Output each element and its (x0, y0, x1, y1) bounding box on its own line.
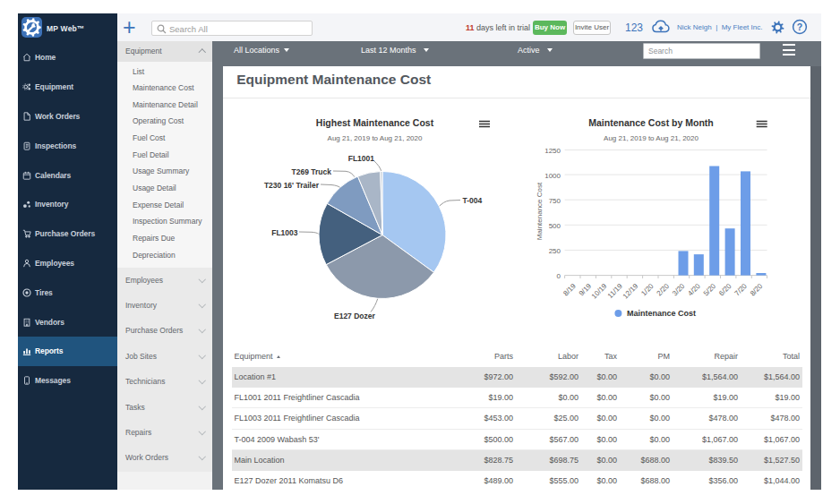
svg-text:1250: 1250 (544, 147, 561, 155)
svg-text:10/19: 10/19 (590, 282, 609, 301)
svg-text:Aug 21, 2019 to Aug 21, 2020: Aug 21, 2019 to Aug 21, 2020 (328, 134, 423, 142)
svg-text:Aug 21, 2019 to Aug 21, 2020: Aug 21, 2019 to Aug 21, 2020 (604, 134, 699, 142)
svg-text:4/20: 4/20 (686, 282, 702, 298)
svg-text:12/19: 12/19 (621, 282, 640, 301)
svg-text:250: 250 (549, 247, 561, 255)
svg-text:E127 Dozer: E127 Dozer (334, 312, 376, 320)
svg-text:8/20: 8/20 (749, 282, 765, 298)
svg-text:FL1001: FL1001 (348, 154, 375, 163)
svg-text:?: ? (797, 21, 802, 32)
svg-text:FL1003: FL1003 (271, 228, 298, 237)
svg-text:T230 16' Trailer: T230 16' Trailer (264, 181, 320, 190)
svg-text:7/20: 7/20 (733, 282, 750, 298)
svg-text:Maintenance Cost: Maintenance Cost (627, 309, 696, 318)
svg-text:0: 0 (557, 272, 561, 280)
svg-text:T269 Truck: T269 Truck (292, 167, 332, 176)
svg-text:2/20: 2/20 (656, 282, 672, 298)
svg-text:1000: 1000 (544, 172, 561, 180)
svg-text:1/20: 1/20 (639, 282, 656, 298)
svg-text:Highest Maintenance Cost: Highest Maintenance Cost (316, 117, 434, 128)
svg-text:500: 500 (549, 222, 561, 230)
svg-text:T-004: T-004 (463, 196, 483, 205)
svg-text:6/20: 6/20 (717, 282, 733, 298)
svg-text:Maintenance Cost by Month: Maintenance Cost by Month (588, 117, 713, 128)
svg-text:11/19: 11/19 (606, 282, 624, 300)
svg-text:8/19: 8/19 (561, 282, 578, 298)
svg-text:3/20: 3/20 (671, 282, 687, 298)
svg-text:750: 750 (549, 197, 561, 205)
svg-text:Maintenance Cost: Maintenance Cost (536, 182, 544, 240)
svg-text:5/20: 5/20 (702, 282, 718, 298)
